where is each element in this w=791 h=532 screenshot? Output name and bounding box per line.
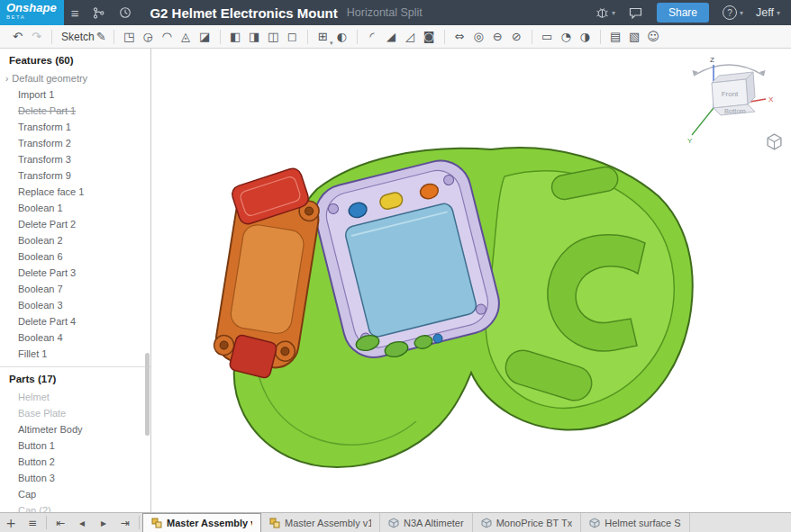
tab-label: Master Assembly v11 — [167, 518, 252, 528]
tab-label: Master Assembly v10 — [285, 518, 371, 528]
loft-icon[interactable]: ◬ — [177, 26, 195, 48]
document-tab[interactable]: Helmet surface S — [581, 513, 689, 532]
extrude-icon[interactable]: ◳ — [120, 26, 139, 48]
offset-surface-icon[interactable]: ◎ — [469, 26, 488, 48]
appearance-icon[interactable]: ▧ — [625, 26, 644, 48]
toolbar-separator — [114, 30, 114, 44]
viewport-canvas[interactable]: Front Bottom Z X Y — [151, 49, 791, 512]
part-item[interactable]: Cap (2) — [0, 502, 150, 512]
feature-item[interactable]: Delete Part 2 — [0, 216, 150, 232]
feature-item[interactable]: Boolean 1 — [0, 200, 150, 216]
features-header[interactable]: Features (60) — [0, 49, 150, 70]
part-item[interactable]: Base Plate — [0, 405, 150, 421]
report-bug-menu[interactable]: ▾ — [596, 7, 615, 19]
part-item[interactable]: Altimeter Body — [0, 421, 150, 437]
fillet-icon[interactable]: ◜ — [363, 26, 382, 48]
cube-bottom-label[interactable]: Bottom — [724, 107, 746, 115]
onshape-logo[interactable]: Onshape BETA — [0, 0, 64, 25]
part-item-label: Cap — [18, 489, 36, 500]
feature-item[interactable]: Boolean 3 — [0, 297, 150, 313]
feature-item[interactable]: Transform 9 — [0, 167, 150, 184]
caret-down-icon: ▾ — [740, 9, 743, 17]
feature-item-label: Boolean 3 — [18, 300, 63, 311]
feature-item[interactable]: Delete Part 4 — [0, 313, 150, 329]
feature-item[interactable]: ›Default geometry — [0, 70, 150, 86]
boolean-union-icon[interactable]: ◧ — [226, 26, 245, 48]
feature-item[interactable]: Transform 1 — [0, 119, 150, 135]
statusbar: + ≡ ⇤◂▸⇥ Master Assembly v11Master Assem… — [0, 512, 791, 532]
document-tab[interactable]: Master Assembly v11 — [142, 513, 261, 532]
part-item[interactable]: Button 2 — [0, 454, 150, 470]
document-tab[interactable]: N3A Altimeter — [380, 513, 473, 532]
feature-item[interactable]: Delete Part 1 — [0, 103, 150, 119]
document-title: G2 Helmet Electronics Mount — [150, 5, 337, 21]
featurescript-icon[interactable]: ☺ — [644, 26, 663, 48]
comments-icon[interactable] — [629, 7, 642, 19]
toolbar-separator — [220, 30, 221, 44]
thicken-icon[interactable]: ◪ — [195, 26, 214, 48]
chamfer-icon[interactable]: ◢ — [382, 26, 401, 48]
feature-item[interactable]: Import 1 — [0, 86, 150, 103]
linear-pattern-icon[interactable]: ⊞▾ — [314, 26, 332, 48]
expand-arrow-icon[interactable]: › — [5, 74, 8, 84]
tab-list-button[interactable]: ≡ — [22, 513, 43, 532]
logo-beta-text: BETA — [6, 14, 57, 20]
feature-item[interactable]: Boolean 6 — [0, 248, 150, 265]
feature-item[interactable]: Boolean 7 — [0, 281, 150, 297]
parts-header[interactable]: Parts (17) — [0, 366, 150, 389]
help-menu[interactable]: ? ▾ — [723, 5, 743, 20]
connector-4[interactable] — [433, 334, 442, 343]
named-views-icon[interactable]: ▤ — [606, 26, 625, 48]
undo-icon[interactable]: ↶ — [8, 26, 27, 48]
user-menu[interactable]: Jeff ▾ — [756, 6, 780, 19]
mirror-icon[interactable]: ◐ — [332, 26, 351, 48]
y-axis-label: Y — [687, 137, 693, 145]
view-modes-icon[interactable] — [766, 133, 783, 150]
first-tab-button[interactable]: ⇤ — [50, 513, 71, 532]
next-tab-button[interactable]: ▸ — [93, 513, 114, 532]
part-item[interactable]: Button 1 — [0, 437, 150, 454]
part-studio-tab-icon — [481, 518, 492, 528]
main-menu-icon[interactable]: ≡ — [71, 6, 79, 20]
boolean-intersect-icon[interactable]: ◫ — [264, 26, 283, 48]
part-item[interactable]: Button 3 — [0, 470, 150, 486]
versions-branch-icon[interactable] — [93, 7, 105, 19]
document-tab[interactable]: MonoPrice BT Tx — [473, 513, 582, 532]
measure-icon[interactable]: ▭ — [538, 26, 557, 48]
history-icon[interactable] — [119, 6, 132, 19]
section-view-icon[interactable]: ◑ — [576, 26, 595, 48]
redo-icon[interactable]: ↷ — [27, 26, 46, 48]
feature-item[interactable]: Fillet 1 — [0, 346, 150, 362]
last-tab-button[interactable]: ⇥ — [114, 513, 136, 532]
boolean-subtract-icon[interactable]: ◨ — [245, 26, 264, 48]
document-tab[interactable]: Master Assembly v10 — [261, 513, 380, 532]
draft-icon[interactable]: ◿ — [401, 26, 420, 48]
feature-item[interactable]: Boolean 2 — [0, 232, 150, 248]
view-cube[interactable]: Front Bottom Z X Y — [679, 52, 778, 151]
sweep-icon[interactable]: ◠ — [158, 26, 177, 48]
prev-tab-button[interactable]: ◂ — [71, 513, 93, 532]
parts-list: HelmetBase PlateAltimeter BodyButton 1Bu… — [0, 389, 150, 512]
replace-face-icon[interactable]: ⊘ — [507, 26, 526, 48]
share-button[interactable]: Share — [657, 3, 709, 23]
cube-front-label[interactable]: Front — [722, 90, 739, 98]
part-item[interactable]: Cap — [0, 486, 150, 502]
part-item[interactable]: Helmet — [0, 389, 150, 405]
delete-face-icon[interactable]: ⊖ — [488, 26, 507, 48]
panel-scrollbar-thumb[interactable] — [145, 353, 150, 436]
toolbar-tools: ◳◶◠◬◪◧◨◫◻⊞▾◐◜◢◿◙⇔◎⊖⊘▭◔◑▤▧☺ — [120, 26, 663, 48]
feature-item[interactable]: Transform 2 — [0, 135, 150, 151]
sketch-button[interactable]: Sketch — [61, 31, 95, 43]
feature-item[interactable]: Transform 3 — [0, 151, 150, 167]
feature-item[interactable]: Boolean 4 — [0, 329, 150, 346]
split-icon[interactable]: ◻ — [283, 26, 302, 48]
sketch-pencil-icon[interactable]: ✎ — [96, 30, 106, 43]
feature-item-label: Fillet 1 — [18, 348, 47, 359]
shell-icon[interactable]: ◙ — [420, 26, 439, 48]
add-tab-button[interactable]: + — [0, 513, 22, 532]
move-face-icon[interactable]: ⇔ — [450, 26, 469, 48]
revolve-icon[interactable]: ◶ — [139, 26, 158, 48]
mass-properties-icon[interactable]: ◔ — [557, 26, 576, 48]
feature-item[interactable]: Replace face 1 — [0, 184, 150, 200]
feature-item[interactable]: Delete Part 3 — [0, 265, 150, 281]
